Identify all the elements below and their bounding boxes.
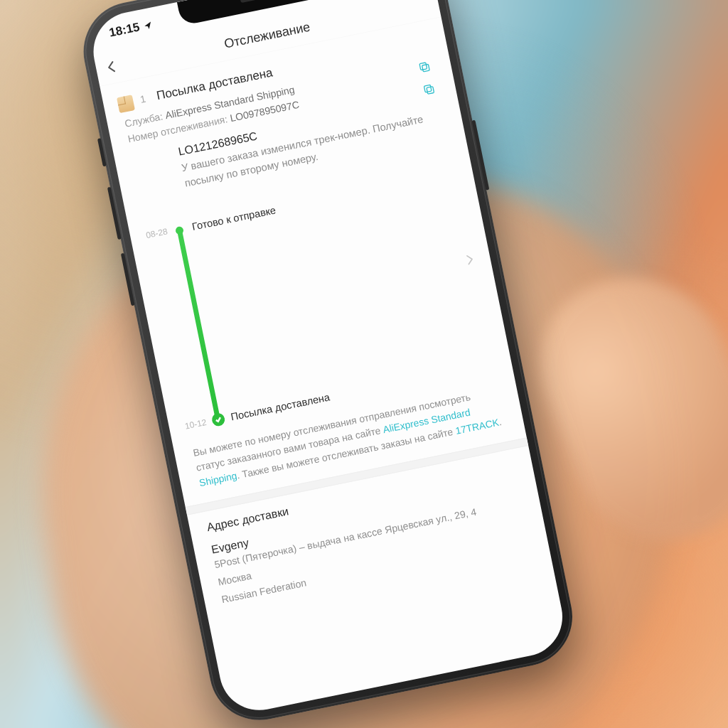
svg-rect-6 [424,85,432,92]
timeline-start-date: 08-28 [145,226,168,240]
package-count: 1 [139,93,147,105]
back-button[interactable] [103,58,120,75]
timeline-end-dot [210,412,225,427]
svg-rect-4 [419,63,427,70]
timeline-end-date: 10-12 [184,417,208,432]
link-17track[interactable]: 17TRACK [454,417,500,436]
status-time: 18:15 [108,20,141,40]
copy-service-button[interactable] [417,59,437,79]
svg-rect-3 [422,64,430,72]
package-icon [117,95,135,113]
copy-tracking-button[interactable] [422,81,441,101]
chevron-right-icon[interactable] [462,252,478,270]
timeline-bar [177,230,220,421]
photo-background: 18:15 [0,0,728,728]
svg-rect-5 [427,87,434,95]
timeline-start-label: Готово к отправке [191,204,277,232]
location-icon [143,20,154,31]
